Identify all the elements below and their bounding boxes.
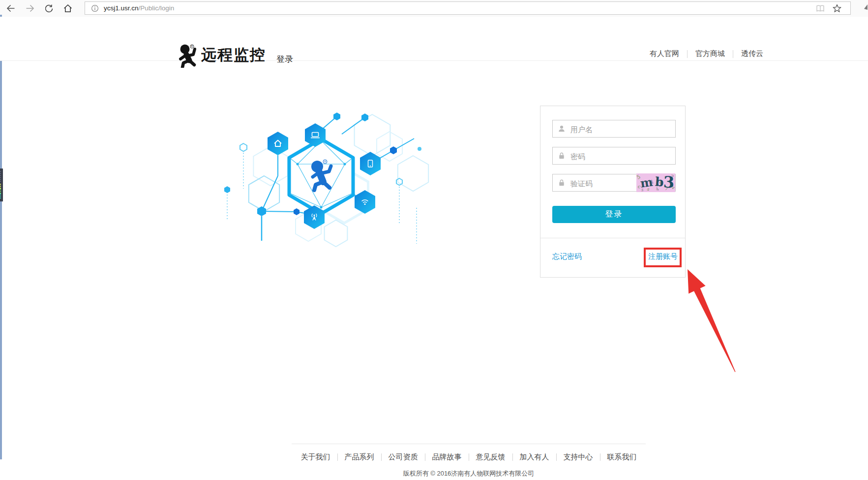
username-input[interactable] [569, 120, 672, 138]
smartphone-hexagon-icon [360, 152, 381, 175]
captcha-glyph: 3 [663, 174, 674, 191]
back-button[interactable] [5, 2, 17, 14]
clipped-toolbar-icon [864, 4, 868, 14]
password-input[interactable] [569, 147, 672, 165]
captcha-image[interactable]: 5cz4e22s47mb3 [636, 173, 675, 192]
widget-stripe [0, 171, 1, 183]
reading-view-icon[interactable] [816, 4, 825, 14]
usr-mascot-logo-icon[interactable]: R [177, 43, 200, 70]
footer-link[interactable]: 加入有人 [513, 452, 556, 462]
back-arrow-icon [6, 3, 16, 13]
panel-divider [540, 238, 685, 238]
forward-arrow-icon [25, 3, 35, 13]
forward-button[interactable] [24, 2, 36, 14]
site-header: R 远程监控 登录 有人官网官方商城透传云 [0, 17, 868, 61]
logo-title[interactable]: 远程监控 [201, 44, 266, 66]
lock-icon [558, 179, 566, 189]
footer-link[interactable]: 联系我们 [600, 452, 644, 462]
refresh-button[interactable] [43, 2, 55, 14]
header-links: 有人官网官方商城透传云 [650, 49, 763, 58]
annotation-red-box [644, 248, 682, 267]
home-icon [63, 3, 73, 13]
nav-login-tab[interactable]: 登录 [276, 54, 293, 65]
lock-icon [558, 152, 566, 162]
background-window-edge [0, 15, 2, 459]
user-icon [558, 125, 566, 135]
login-button[interactable]: 登录 [552, 206, 676, 223]
widget-stripe [0, 184, 1, 189]
home-hexagon-icon [268, 132, 288, 155]
page-info-icon[interactable] [91, 4, 99, 14]
forgot-password-link[interactable]: 忘记密码 [552, 252, 582, 261]
captcha-glyph: b [655, 175, 664, 188]
password-field-wrap [552, 147, 676, 165]
annotation-red-arrow [684, 267, 739, 377]
url-host: ycsj1.usr.cn [104, 4, 139, 12]
wifi-hexagon-icon [355, 190, 375, 214]
home-button[interactable] [62, 2, 74, 14]
screen: ycsj1.usr.cn/Public/login R [0, 0, 868, 480]
footer-link[interactable]: 关于我们 [294, 452, 337, 462]
refresh-icon [44, 4, 54, 13]
captcha-glyph: m [639, 176, 653, 189]
svg-text:R: R [324, 160, 326, 163]
footer-link[interactable]: 支持中心 [557, 452, 600, 462]
footer-link[interactable]: 公司资质 [382, 452, 425, 462]
header-link[interactable]: 官方商城 [688, 49, 733, 58]
favorites-star-icon[interactable] [833, 4, 841, 15]
browser-toolbar: ycsj1.usr.cn/Public/login [0, 0, 868, 17]
username-field-wrap [552, 120, 676, 138]
header-link[interactable]: 有人官网 [650, 49, 687, 58]
iot-hexagon-illustration: R [187, 97, 433, 249]
footer-link[interactable]: 意见反馈 [469, 452, 512, 462]
url-path: /Public/login [139, 4, 175, 12]
footer-nav: 关于我们产品系列公司资质品牌故事意见反馈加入有人支持中心联系我们 [292, 444, 646, 462]
widget-stripe [0, 189, 1, 194]
footer-link[interactable]: 产品系列 [338, 452, 381, 462]
url-text[interactable]: ycsj1.usr.cn/Public/login [104, 2, 174, 14]
docked-edge-widget [0, 169, 3, 201]
footer-link[interactable]: 品牌故事 [425, 452, 469, 462]
widget-stripe [0, 194, 1, 199]
copyright-text: 版权所有 © 2016济南有人物联网技术有限公司 [292, 469, 646, 478]
address-bar[interactable]: ycsj1.usr.cn/Public/login [85, 1, 851, 15]
header-link[interactable]: 透传云 [733, 49, 763, 58]
